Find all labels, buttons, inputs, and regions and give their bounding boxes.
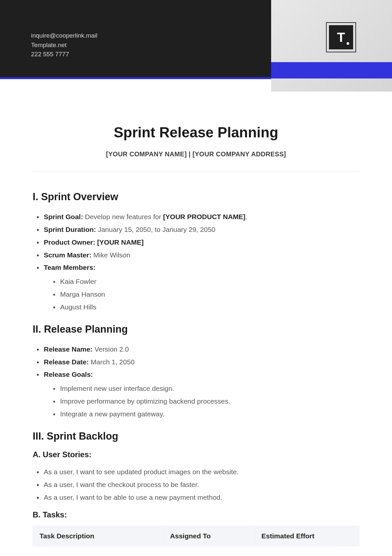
overview-list: Sprint Goal: Develop new features for [Y… bbox=[33, 211, 359, 314]
release-name-value: Version 2.0 bbox=[92, 345, 129, 353]
list-item: Sprint Goal: Develop new features for [Y… bbox=[37, 211, 359, 223]
list-item: Team Members: Kaia Fowler Marga Hanson A… bbox=[37, 261, 359, 313]
contact-phone: 222 555 7777 bbox=[31, 50, 271, 59]
release-goals-list: Implement new user interface design. Imp… bbox=[44, 382, 359, 421]
user-story: As a user, I want to see updated product… bbox=[37, 466, 359, 478]
team-members-list: Kaia Fowler Marga Hanson August Hills bbox=[44, 275, 359, 314]
col-task-description: Task Description bbox=[33, 526, 164, 546]
user-story: As a user, I want the checkout process t… bbox=[37, 478, 359, 491]
subtitle-separator: | bbox=[187, 150, 193, 158]
company-address-placeholder: [YOUR COMPANY ADDRESS] bbox=[192, 150, 286, 158]
accent-line bbox=[0, 77, 271, 79]
accent-bar bbox=[271, 62, 392, 78]
contact-block: inquire@cooperlink.mail Template.net 222… bbox=[31, 31, 271, 59]
document-header: inquire@cooperlink.mail Template.net 222… bbox=[0, 0, 392, 92]
sprint-goal-suffix: . bbox=[245, 213, 247, 220]
user-story: As a user, I want to be able to use a ne… bbox=[37, 491, 359, 504]
user-stories-heading: A. User Stories: bbox=[33, 450, 359, 459]
release-goal: Improve performance by optimizing backen… bbox=[53, 395, 359, 408]
section-overview-heading: I. Sprint Overview bbox=[33, 191, 359, 203]
col-estimated-effort: Estimated Effort bbox=[255, 526, 359, 546]
list-item: Release Date: March 1, 2050 bbox=[37, 356, 359, 369]
release-date-label: Release Date: bbox=[44, 358, 89, 366]
title-divider bbox=[33, 171, 359, 171]
contact-site: Template.net bbox=[31, 41, 271, 50]
user-stories-list: As a user, I want to see updated product… bbox=[33, 466, 359, 504]
list-item: Scrum Master: Mike Wilson bbox=[37, 249, 359, 262]
product-owner-label: Product Owner: bbox=[44, 238, 97, 246]
section-backlog-heading: III. Sprint Backlog bbox=[33, 430, 359, 442]
product-name-placeholder: [YOUR PRODUCT NAME] bbox=[163, 213, 245, 220]
sprint-goal-label: Sprint Goal: bbox=[44, 213, 83, 220]
tasks-table: Task Description Assigned To Estimated E… bbox=[33, 526, 359, 546]
team-members-label: Team Members: bbox=[44, 264, 95, 271]
logo-letter: T bbox=[337, 30, 345, 45]
your-name-placeholder: [YOUR NAME] bbox=[97, 238, 143, 246]
col-assigned-to: Assigned To bbox=[163, 526, 255, 546]
scrum-master-value: Mike Wilson bbox=[91, 251, 130, 259]
list-item: Release Goals: Implement new user interf… bbox=[37, 368, 359, 420]
team-member: August Hills bbox=[53, 301, 359, 314]
sprint-duration-value: January 15, 2050, to January 29, 2050 bbox=[96, 226, 215, 233]
release-list: Release Name: Version 2.0 Release Date: … bbox=[33, 343, 359, 421]
list-item: Sprint Duration: January 15, 2050, to Ja… bbox=[37, 223, 359, 236]
release-goal: Implement new user interface design. bbox=[53, 382, 359, 395]
release-date-value: March 1, 2050 bbox=[89, 358, 135, 366]
subtitle: [YOUR COMPANY NAME] | [YOUR COMPANY ADDR… bbox=[33, 150, 359, 158]
page-title: Sprint Release Planning bbox=[33, 124, 359, 141]
logo-dot bbox=[347, 42, 349, 45]
contact-email: inquire@cooperlink.mail bbox=[31, 31, 271, 41]
sprint-goal-text: Develop new features for bbox=[83, 213, 163, 220]
scrum-master-label: Scrum Master: bbox=[44, 251, 91, 259]
list-item: Product Owner: [YOUR NAME] bbox=[37, 236, 359, 249]
logo-icon: T bbox=[329, 25, 353, 49]
release-goal: Integrate a new payment gateway. bbox=[53, 408, 359, 421]
release-name-label: Release Name: bbox=[44, 345, 92, 353]
team-member: Marga Hanson bbox=[53, 288, 359, 301]
section-release-heading: II. Release Planning bbox=[33, 323, 359, 335]
document-body: Sprint Release Planning [YOUR COMPANY NA… bbox=[0, 92, 392, 556]
header-dark-panel: inquire@cooperlink.mail Template.net 222… bbox=[0, 0, 271, 78]
company-name-placeholder: [YOUR COMPANY NAME] bbox=[106, 150, 187, 158]
logo-frame: T bbox=[326, 22, 356, 52]
table-header-row: Task Description Assigned To Estimated E… bbox=[33, 526, 359, 546]
tasks-heading: B. Tasks: bbox=[33, 510, 359, 519]
team-member: Kaia Fowler bbox=[53, 275, 359, 288]
release-goals-label: Release Goals: bbox=[44, 371, 93, 378]
sprint-duration-label: Sprint Duration: bbox=[44, 226, 96, 233]
list-item: Release Name: Version 2.0 bbox=[37, 343, 359, 356]
